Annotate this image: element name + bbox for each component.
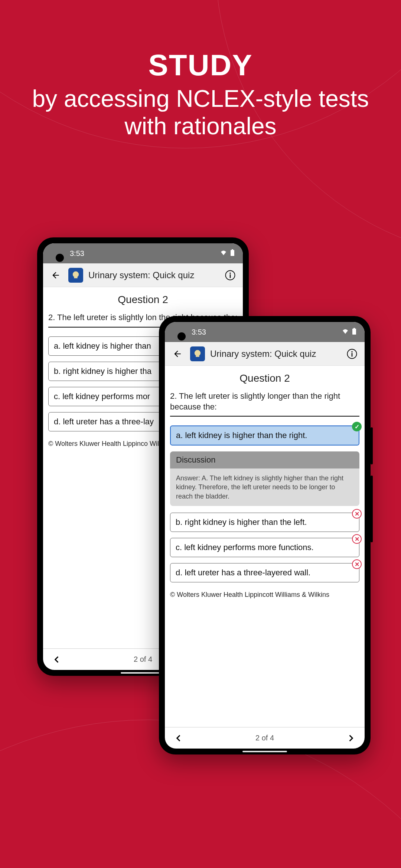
svg-rect-1 [231,250,234,256]
discussion-title: Discussion [170,451,359,468]
status-time: 3:53 [192,328,206,336]
answer-option-b[interactable]: b. right kidney is higher than the left. [170,513,359,532]
headline-title: STUDY [22,48,379,82]
svg-point-2 [73,271,79,277]
prev-button[interactable] [172,731,185,745]
back-button[interactable] [48,268,63,283]
phone-mockup-right: 3:53 Urinary system: Quick quiz [159,316,371,754]
prev-button[interactable] [50,653,63,666]
svg-rect-8 [352,329,356,335]
svg-rect-6 [230,274,231,278]
svg-point-9 [195,350,200,356]
answer-option-c[interactable]: c. left kidney performs more functions. [170,538,359,557]
app-bar: Urinary system: Quick quiz [165,342,365,366]
app-title: Urinary system: Quick quiz [210,349,339,359]
app-icon [190,346,205,361]
wrong-icon: ✕ [352,534,362,544]
answer-option-d[interactable]: d. left ureter has a three-layered wall. [170,563,359,582]
headline-subtitle: by accessing NCLEX-style tests with rati… [22,85,379,140]
status-bar: 3:53 [165,322,365,342]
svg-rect-10 [196,355,199,357]
app-title: Urinary system: Quick quiz [88,270,218,280]
quiz-content: Question 2 2. The left ureter is slightl… [165,366,365,727]
question-title: Question 2 [48,294,238,306]
copyright-text: © Wolters Kluwer Health Lippincott Willi… [170,591,359,599]
question-text: 2. The left ureter is slightly longer th… [170,391,359,412]
app-icon [68,268,83,283]
wrong-icon: ✕ [352,509,362,519]
promo-headline: STUDY by accessing NCLEX-style tests wit… [0,48,401,140]
camera-cutout [177,332,186,341]
status-bar: 3:53 [43,243,243,263]
discussion-body: Answer: A. The left kidney is slightly h… [170,468,359,506]
svg-rect-7 [353,328,355,329]
svg-rect-3 [74,277,77,278]
correct-icon: ✓ [352,422,362,431]
wrong-icon: ✕ [352,559,362,569]
camera-cutout [56,254,64,262]
info-button[interactable] [223,268,238,283]
wifi-icon [342,328,349,336]
next-button[interactable] [345,731,358,745]
discussion-panel: Discussion Answer: A. The left kidney is… [170,451,359,506]
wifi-icon [220,249,227,258]
svg-rect-0 [232,249,233,250]
battery-icon [230,249,235,258]
battery-icon [352,328,356,336]
answer-option-a[interactable]: a. left kidney is higher than the right. [170,425,359,445]
svg-point-5 [229,272,231,273]
svg-rect-13 [352,353,353,356]
back-button[interactable] [170,346,185,361]
quiz-nav-bar: 2 of 4 [165,727,365,749]
info-button[interactable] [345,346,359,361]
status-time: 3:53 [70,249,84,258]
page-count: 2 of 4 [134,655,152,664]
page-count: 2 of 4 [255,734,274,742]
question-title: Question 2 [170,372,359,384]
app-bar: Urinary system: Quick quiz [43,263,243,287]
svg-point-12 [351,351,352,352]
